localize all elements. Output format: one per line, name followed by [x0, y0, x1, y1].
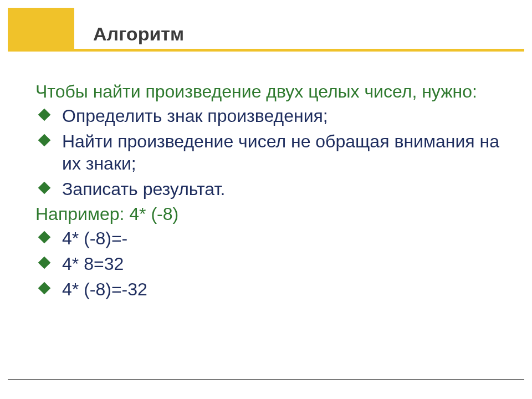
footer-rule	[8, 379, 524, 380]
slide-title: Алгоритм	[93, 23, 184, 45]
list-item: Записать результат.	[35, 178, 512, 200]
step-text: Определить знак произведения;	[62, 106, 328, 126]
header: Алгоритм	[0, 8, 532, 49]
example-line: 4* (-8)=-	[62, 228, 127, 248]
example-label: Например: 4* (-8)	[35, 203, 512, 225]
list-item: 4* 8=32	[35, 253, 512, 275]
list-item: 4* (-8)=-32	[35, 278, 512, 300]
body: Чтобы найти произведение двух целых чисе…	[35, 81, 512, 304]
list-item: 4* (-8)=-	[35, 227, 512, 249]
example-list: 4* (-8)=- 4* 8=32 4* (-8)=-32	[35, 227, 512, 300]
list-item: Найти произведение чисел не обращая вним…	[35, 130, 512, 175]
intro-text: Чтобы найти произведение двух целых чисе…	[35, 81, 512, 103]
list-item: Определить знак произведения;	[35, 105, 512, 127]
steps-list: Определить знак произведения; Найти прои…	[35, 105, 512, 200]
example-line: 4* (-8)=-32	[62, 279, 147, 299]
step-text: Найти произведение чисел не обращая вним…	[62, 131, 499, 173]
title-underline	[8, 49, 524, 52]
step-text: Записать результат.	[62, 179, 225, 199]
example-line: 4* 8=32	[62, 254, 124, 274]
slide: Алгоритм Чтобы найти произведение двух ц…	[0, 0, 532, 399]
